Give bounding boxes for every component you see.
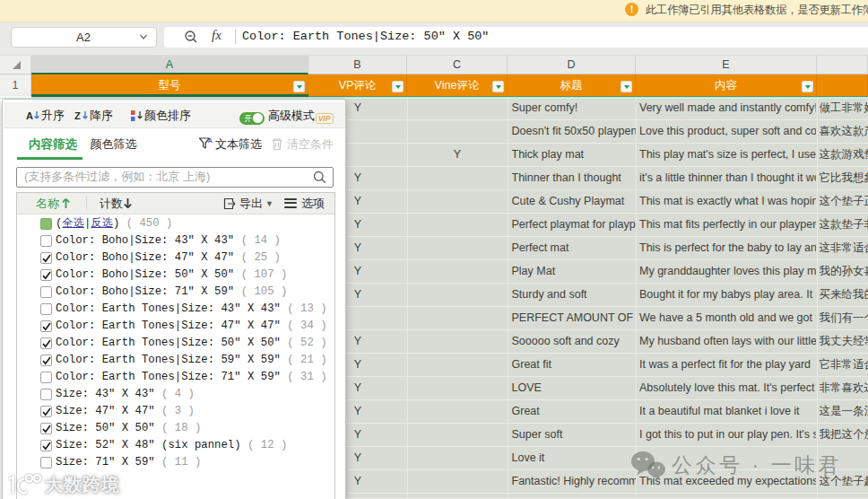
filter-list-item[interactable]: Color: Boho|Size: 47″ X 47″ ( 25 ) <box>17 250 334 267</box>
cell-vine-review[interactable] <box>407 424 508 445</box>
cell-content[interactable]: This mat fits perfectly in our playpen <box>639 214 816 235</box>
filter-list-item[interactable]: Color: Boho|Size: 50″ X 50″ ( 107 ) <box>17 267 334 284</box>
checkbox[interactable] <box>40 303 52 315</box>
cell-content[interactable]: it's a little thinner than I thought it … <box>639 167 816 188</box>
fx-icon[interactable]: fx <box>212 28 221 43</box>
cell-vine-review[interactable] <box>407 237 508 258</box>
options-button[interactable]: 选项 <box>301 193 325 214</box>
cell-title[interactable]: Perfect playmat for playpen <box>512 214 636 235</box>
checkbox[interactable] <box>40 372 52 383</box>
cell-content[interactable]: Very well made and instantly comfy! <box>639 97 816 118</box>
formula-bar[interactable]: fx Color: Earth Tones|Size: 50″ X 50″ <box>164 27 868 48</box>
filter-list-item[interactable]: Size: 71″ X 59″ ( 11 ) <box>17 454 334 471</box>
filter-dropdown-button[interactable] <box>293 81 305 92</box>
cell-content-cn[interactable]: 我把这个放 <box>820 424 868 445</box>
sort-by-name-button[interactable]: 名称 <box>36 193 59 214</box>
cell-content-cn[interactable]: 喜欢这款产品 <box>820 120 868 142</box>
cell-content-cn[interactable]: 非常喜欢这 <box>820 377 868 398</box>
cell-title[interactable]: Perfect mat <box>512 237 636 258</box>
cell-content-cn[interactable]: 这个垫子正 <box>820 190 868 212</box>
checkbox[interactable] <box>40 457 52 468</box>
filter-list-item[interactable]: Color: Boho|Size: 71″ X 59″ ( 105 ) <box>17 284 334 301</box>
column-letter[interactable]: D <box>508 56 636 74</box>
search-icon[interactable] <box>313 171 326 184</box>
cell-vine-review[interactable] <box>407 97 508 118</box>
cell-title[interactable]: Great fit <box>512 354 636 375</box>
checkbox[interactable] <box>40 286 52 298</box>
filter-item-select-all[interactable]: (全选|反选) ( 450 ) <box>17 215 334 232</box>
cell-content[interactable]: We have a 5 month old and we got thi <box>639 307 816 328</box>
checkbox[interactable] <box>40 252 52 264</box>
tab-text-filter[interactable]: 文本筛选 <box>215 128 262 160</box>
cell-title[interactable]: Great <box>512 400 636 422</box>
filter-list-item[interactable]: Size: 43″ X 43″ ( 4 ) <box>17 386 334 403</box>
cell-title[interactable]: Play Mat <box>512 260 636 282</box>
cell-vine-review[interactable] <box>407 120 508 142</box>
checkbox[interactable] <box>40 235 52 247</box>
cell-content-cn[interactable]: 这款游戏垫 <box>820 144 868 165</box>
cell-content-cn[interactable]: 它非常适合 <box>820 354 868 375</box>
filter-list-item[interactable]: Color: Earth Tones|Size: 43″ X 43″ ( 13 … <box>17 301 334 318</box>
cell-content-cn[interactable]: 我们有一个 <box>820 307 868 328</box>
cell-title[interactable]: Thinner than I thought <box>512 167 636 188</box>
checkbox[interactable] <box>40 423 52 434</box>
cell-content-cn[interactable]: 这是一条漂 <box>820 400 868 422</box>
cell-vine-review[interactable] <box>407 447 508 468</box>
column-letter[interactable]: B <box>308 56 407 74</box>
tab-color-filter[interactable]: 颜色筛选 <box>91 128 137 160</box>
cell-vine-review[interactable] <box>407 284 508 305</box>
cell-content-cn[interactable]: 做工非常好 <box>820 97 868 118</box>
cell-vine-review[interactable] <box>407 400 508 422</box>
invert-selection-link[interactable]: 反选 <box>91 217 113 230</box>
cell-vine-review[interactable] <box>407 377 508 398</box>
cell-content[interactable]: Absolutely love this mat. It's perfect f <box>639 377 816 398</box>
cell-vine-review[interactable]: Y <box>407 144 508 165</box>
cell-title[interactable]: Love it <box>512 447 636 468</box>
export-button[interactable]: 导出 <box>239 193 263 214</box>
filter-dropdown-button[interactable] <box>802 81 813 92</box>
checkbox[interactable] <box>40 269 52 281</box>
cell-title[interactable]: Sooooo soft and cozy <box>512 330 636 352</box>
cell-content-cn[interactable]: 买来给我的 <box>820 284 868 305</box>
cell-content-cn[interactable]: 这款垫子非 <box>820 214 868 235</box>
sort-by-count-button[interactable]: 计数 <box>100 193 123 214</box>
filter-list-item[interactable]: Size: 50″ X 50″ ( 18 ) <box>17 420 334 437</box>
cell-content-cn[interactable]: 它比我想象 <box>820 167 868 188</box>
select-all-corner[interactable] <box>0 56 31 74</box>
cell-content[interactable]: It was a perfect fit for the play yard <box>639 354 816 375</box>
cell-content[interactable]: My husband often lays with our little o <box>639 330 816 352</box>
chevron-down-icon[interactable] <box>138 31 149 42</box>
checkbox[interactable] <box>40 355 52 366</box>
cell-vine-review[interactable] <box>407 470 508 492</box>
cell-content[interactable]: This play mat's size is perfect, I use i… <box>639 144 816 165</box>
name-box[interactable]: A2 <box>11 27 157 48</box>
filter-list-item[interactable]: Size: 52″ X 48″ (six pannel) ( 12 ) <box>17 437 334 454</box>
cell-vine-review[interactable] <box>407 354 508 375</box>
cell-content[interactable]: I got this to put in our play pen. It's … <box>639 424 816 445</box>
cell-content[interactable]: This mat is exactly what I was hoping f <box>639 190 816 212</box>
filter-dropdown-button[interactable] <box>392 81 404 92</box>
filter-list-item[interactable]: Color: Earth Tones|Size: 50″ X 50″ ( 52 … <box>17 335 334 352</box>
cell-content[interactable]: My granddaughter loves this play mat <box>639 260 816 282</box>
cell-vine-review[interactable] <box>407 190 508 212</box>
cell-vine-review[interactable] <box>407 307 508 328</box>
cell-vine-review[interactable] <box>407 330 508 352</box>
cell-title[interactable]: PERFECT AMOUNT OF PADDING <box>512 307 636 328</box>
formula-content[interactable]: Color: Earth Tones|Size: 50″ X 50″ <box>242 27 489 47</box>
color-sort-button[interactable]: 颜色排序 <box>144 102 191 128</box>
checkbox[interactable] <box>40 218 52 230</box>
cell-content[interactable]: Love this product, super soft and comfy <box>639 120 816 142</box>
filter-dropdown-button[interactable] <box>492 81 504 92</box>
filter-list-item[interactable]: Color: Earth Tones|Size: 71″ X 59″ ( 31 … <box>17 369 334 386</box>
cell-title[interactable]: Sturdy and soft <box>512 284 636 305</box>
export-chevron-icon[interactable]: ▼ <box>265 194 273 214</box>
filter-list-item[interactable]: Color: Boho|Size: 43″ X 43″ ( 14 ) <box>17 232 334 250</box>
filter-list-item[interactable]: Color: Earth Tones|Size: 59″ X 59″ ( 21 … <box>17 352 334 369</box>
select-all-link[interactable]: 全选 <box>62 217 84 230</box>
cell-title[interactable]: Thick play mat <box>512 144 636 165</box>
clear-conditions-button[interactable]: 清空条件 <box>287 128 334 160</box>
filter-list-item[interactable]: Size: 47″ X 47″ ( 3 ) <box>17 403 334 420</box>
cell-content-cn[interactable]: 这非常适合 <box>820 237 868 258</box>
cell-vine-review[interactable] <box>407 260 508 282</box>
filter-search-box[interactable]: (支持多条件过滤，例如：北京 上海) <box>16 167 334 188</box>
